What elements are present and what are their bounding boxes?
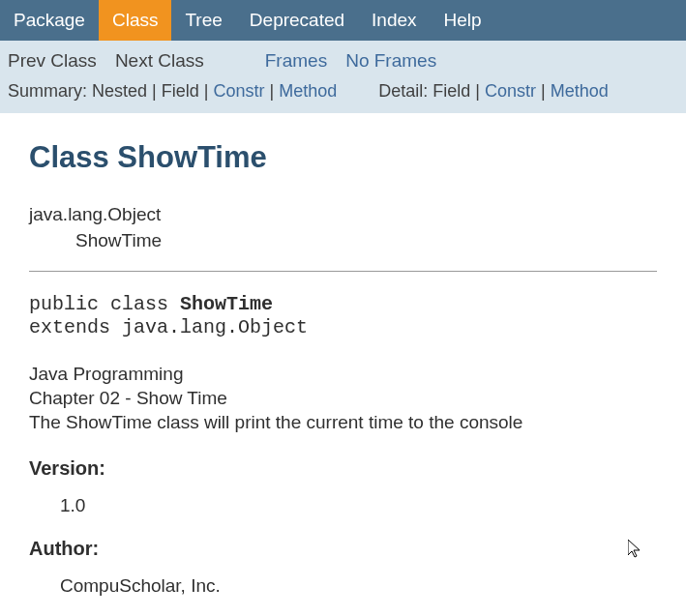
class-description: Java Programming Chapter 02 - Show Time …	[29, 363, 657, 434]
signature-extends: extends java.lang.Object	[29, 316, 308, 338]
inheritance-tree: java.lang.Object ShowTime	[29, 202, 657, 253]
sub-nav-row2: Summary: Nested | Field | Constr | Metho…	[8, 81, 678, 109]
prev-class-link[interactable]: Prev Class	[8, 50, 97, 71]
description-line3: The ShowTime class will print the curren…	[29, 411, 657, 435]
summary-label: Summary:	[8, 81, 87, 101]
summary-constr-link[interactable]: Constr	[213, 81, 264, 101]
summary-method-link[interactable]: Method	[279, 81, 337, 101]
nav-class[interactable]: Class	[99, 0, 172, 41]
next-class-link[interactable]: Next Class	[115, 50, 204, 71]
signature-prefix: public class	[29, 293, 180, 315]
version-value: 1.0	[29, 495, 657, 516]
detail-constr-link[interactable]: Constr	[485, 81, 536, 101]
nav-help[interactable]: Help	[431, 0, 495, 41]
inheritance-parent: java.lang.Object	[29, 202, 657, 228]
description-line1: Java Programming	[29, 363, 657, 387]
divider	[29, 271, 657, 272]
nav-package[interactable]: Package	[0, 0, 99, 41]
signature-classname: ShowTime	[180, 293, 273, 315]
nav-index[interactable]: Index	[358, 0, 430, 41]
summary-field: Field	[162, 81, 199, 101]
sub-nav: Prev Class Next Class Frames No Frames S…	[0, 41, 686, 113]
frames-link[interactable]: Frames	[265, 50, 327, 71]
detail-field: Field	[432, 81, 470, 101]
summary-nested: Nested	[92, 81, 147, 101]
version-label: Version:	[29, 457, 657, 480]
detail-label: Detail:	[378, 81, 428, 101]
no-frames-link[interactable]: No Frames	[345, 50, 436, 71]
content: Class ShowTime java.lang.Object ShowTime…	[0, 113, 686, 616]
class-signature: public class ShowTime extends java.lang.…	[29, 293, 657, 339]
class-title: Class ShowTime	[29, 140, 657, 175]
nav-tree[interactable]: Tree	[171, 0, 235, 41]
detail-method-link[interactable]: Method	[551, 81, 609, 101]
description-line2: Chapter 02 - Show Time	[29, 387, 657, 411]
sub-nav-row1: Prev Class Next Class Frames No Frames	[8, 50, 678, 72]
inheritance-child: ShowTime	[29, 228, 657, 254]
top-nav: Package Class Tree Deprecated Index Help	[0, 0, 686, 41]
author-value: CompuScholar, Inc.	[29, 575, 657, 597]
author-label: Author:	[29, 538, 657, 560]
nav-deprecated[interactable]: Deprecated	[236, 0, 358, 41]
